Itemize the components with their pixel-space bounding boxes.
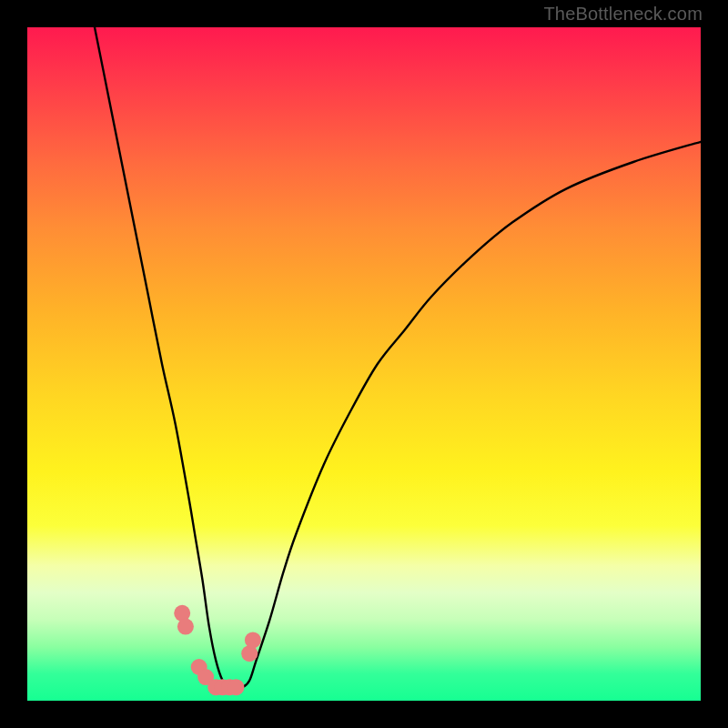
frame-left bbox=[0, 0, 27, 728]
curve-path bbox=[95, 27, 701, 688]
marker-dot bbox=[177, 619, 194, 635]
marker-dot bbox=[228, 679, 244, 695]
chart-svg bbox=[27, 27, 701, 701]
frame-right bbox=[701, 0, 728, 728]
watermark-text: TheBottleneck.com bbox=[543, 4, 703, 25]
frame-bottom bbox=[0, 701, 728, 728]
marker-dot bbox=[245, 632, 261, 648]
plot-area bbox=[27, 27, 701, 701]
